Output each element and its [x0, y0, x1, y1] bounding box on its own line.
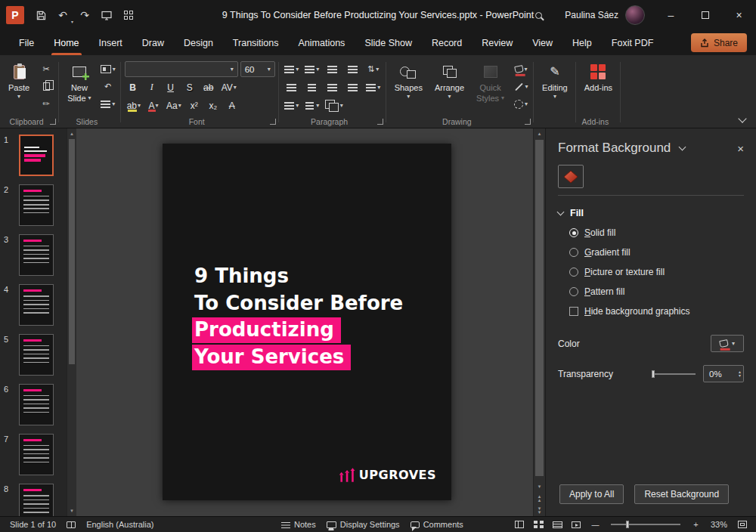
radio-icon[interactable]: [569, 287, 578, 296]
previous-slide-button[interactable]: ▴ ▴: [534, 492, 545, 504]
align-center-button[interactable]: [303, 79, 321, 95]
zoom-slider-thumb[interactable]: [626, 521, 629, 528]
fill-section-header[interactable]: Fill: [558, 208, 744, 218]
comments-button[interactable]: Comments: [405, 517, 469, 532]
align-right-button[interactable]: [324, 79, 342, 95]
minimize-button[interactable]: –: [654, 0, 688, 30]
powerpoint-logo-icon[interactable]: P: [6, 6, 24, 24]
slide-canvas[interactable]: 9 Things To Consider Before Productizing…: [76, 128, 533, 516]
thumbnail-preview[interactable]: [19, 284, 54, 326]
slideshow-view-button[interactable]: [567, 517, 586, 532]
collapse-ribbon-icon[interactable]: [738, 114, 746, 122]
tab-design[interactable]: Design: [174, 32, 223, 55]
font-name-combo[interactable]: ▾: [125, 61, 238, 77]
tab-view[interactable]: View: [522, 32, 562, 55]
customize-toolbar-button[interactable]: [118, 5, 139, 26]
copy-button[interactable]: [37, 79, 55, 94]
bullets-button[interactable]: ▾: [283, 61, 301, 77]
dialog-launcher-icon[interactable]: [525, 119, 531, 125]
slide[interactable]: 9 Things To Consider Before Productizing…: [163, 144, 451, 500]
zoom-out-button[interactable]: —: [586, 517, 605, 532]
decrease-indent-button[interactable]: [324, 61, 342, 77]
gradient-fill-option[interactable]: Gradient fill: [569, 247, 744, 258]
redo-button[interactable]: ↷: [74, 5, 95, 26]
tab-foxit-pdf[interactable]: Foxit PDF: [602, 32, 664, 55]
pattern-fill-option[interactable]: Pattern fill: [569, 286, 744, 297]
addins-button[interactable]: Add-ins: [580, 59, 617, 94]
bold-button[interactable]: B: [125, 79, 141, 95]
dialog-launcher-icon[interactable]: [270, 119, 276, 125]
fit-to-window-button[interactable]: [733, 517, 751, 532]
solid-fill-option[interactable]: Solid fill: [569, 227, 744, 238]
clear-formatting-button[interactable]: A: [224, 97, 240, 113]
highlight-color-button[interactable]: ab▾: [125, 97, 143, 113]
slider-thumb[interactable]: [652, 370, 655, 378]
font-color-button[interactable]: A▾: [145, 97, 162, 113]
underline-button[interactable]: U: [163, 79, 179, 95]
fill-tab-button[interactable]: [558, 165, 584, 188]
slide-thumbnail-3[interactable]: 3: [0, 234, 67, 284]
slide-thumbnail-2[interactable]: 2: [0, 184, 67, 234]
text-shadow-button[interactable]: S: [181, 79, 198, 95]
thumbnail-preview[interactable]: [19, 135, 54, 176]
picture-fill-option[interactable]: Picture or texture fill: [569, 267, 744, 277]
radio-icon[interactable]: [569, 248, 578, 257]
scroll-up-icon[interactable]: ▴: [67, 128, 76, 139]
tab-animations[interactable]: Animations: [289, 32, 355, 55]
align-text-button[interactable]: ▾: [303, 97, 321, 113]
numbering-button[interactable]: ▾: [303, 61, 321, 77]
save-button[interactable]: [30, 5, 51, 26]
shape-effects-button[interactable]: ▾: [512, 96, 530, 112]
tab-insert[interactable]: Insert: [89, 32, 132, 55]
scrollbar-thumb[interactable]: [69, 139, 75, 364]
accessibility-button[interactable]: [61, 517, 81, 532]
increase-indent-button[interactable]: [344, 61, 362, 77]
thumbnail-preview[interactable]: [19, 234, 54, 276]
apply-to-all-button[interactable]: Apply to All: [559, 484, 624, 504]
thumbnail-preview[interactable]: [19, 184, 54, 226]
transparency-slider[interactable]: [652, 373, 696, 375]
slide-sorter-view-button[interactable]: [529, 517, 548, 532]
line-spacing-button[interactable]: ⇅▾: [364, 61, 383, 77]
thumbnail-preview[interactable]: [19, 384, 54, 425]
shape-fill-button[interactable]: ▾: [512, 61, 530, 77]
character-spacing-button[interactable]: AV▾: [219, 79, 239, 95]
slide-thumbnail-1[interactable]: 1: [0, 135, 67, 184]
radio-selected-icon[interactable]: [569, 228, 578, 237]
cut-button[interactable]: ✂: [37, 61, 55, 77]
zoom-slider[interactable]: [611, 524, 680, 525]
maximize-button[interactable]: [688, 0, 722, 30]
thumbnail-preview[interactable]: [19, 434, 54, 475]
justify-button[interactable]: [344, 79, 362, 95]
reset-button[interactable]: ↶: [99, 79, 117, 94]
dialog-launcher-icon[interactable]: [50, 119, 56, 125]
reading-view-button[interactable]: [548, 517, 567, 532]
user-name[interactable]: Paulina Sáez: [565, 10, 618, 20]
display-settings-button[interactable]: Display Settings: [321, 517, 405, 532]
tab-home[interactable]: Home: [44, 32, 88, 55]
slide-thumbnail-4[interactable]: 4: [0, 284, 67, 334]
tab-file[interactable]: File: [9, 32, 44, 55]
spin-down-icon[interactable]: ▾: [739, 374, 741, 378]
italic-button[interactable]: I: [144, 79, 160, 95]
start-slideshow-button[interactable]: [96, 5, 117, 26]
reset-background-button[interactable]: Reset Background: [634, 484, 729, 504]
panel-options-chevron-icon[interactable]: [679, 144, 686, 151]
new-slide-button[interactable]: New Slide ▾: [63, 59, 95, 104]
thumbnail-preview[interactable]: [19, 484, 54, 516]
quick-styles-button[interactable]: Quick Styles ▾: [472, 59, 509, 104]
undo-button[interactable]: ↶ ▾: [52, 5, 73, 26]
transparency-spinner[interactable]: 0% ▴ ▾: [703, 365, 744, 382]
text-direction-button[interactable]: ▾: [283, 97, 301, 113]
zoom-level[interactable]: 33%: [705, 517, 733, 532]
paste-button[interactable]: Paste ▾: [4, 59, 34, 101]
tab-review[interactable]: Review: [472, 32, 522, 55]
superscript-button[interactable]: x²: [186, 97, 203, 113]
tab-help[interactable]: Help: [562, 32, 602, 55]
close-button[interactable]: ×: [722, 0, 756, 30]
shape-outline-button[interactable]: ▾: [512, 79, 530, 94]
scroll-down-icon[interactable]: ▾: [67, 506, 76, 516]
section-button[interactable]: ▾: [99, 96, 117, 112]
user-avatar[interactable]: [625, 5, 645, 25]
share-button[interactable]: Share: [691, 33, 747, 52]
